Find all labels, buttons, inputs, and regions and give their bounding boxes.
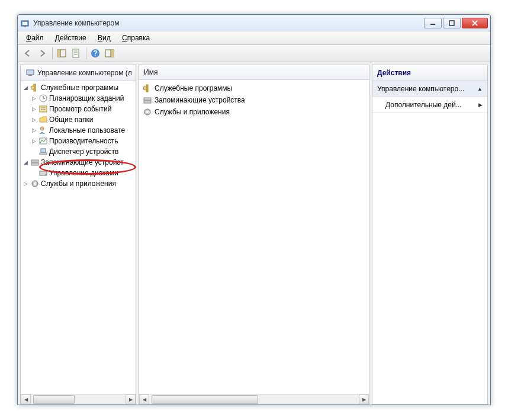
svg-rect-10 xyxy=(73,49,79,57)
tree-item-disk-management[interactable]: Управление дисками xyxy=(21,168,136,178)
help-button[interactable]: ? xyxy=(89,47,102,60)
action-more[interactable]: Дополнительные дей... ▶ xyxy=(372,97,487,113)
scroll-thumb[interactable] xyxy=(33,395,75,404)
tree-label: Локальные пользовате xyxy=(49,126,125,134)
scroll-left-button[interactable]: ◀ xyxy=(21,395,31,405)
svg-point-36 xyxy=(45,174,46,175)
disk-icon xyxy=(38,168,48,178)
scroll-thumb[interactable] xyxy=(152,395,258,404)
list-item-label: Службы и приложения xyxy=(155,108,230,116)
expand-icon[interactable]: ▷ xyxy=(29,106,38,112)
list-item-services[interactable]: Службы и приложения xyxy=(139,106,369,118)
expand-icon[interactable]: ▷ xyxy=(29,127,38,133)
window-controls xyxy=(423,18,488,28)
tree-item-system-tools[interactable]: ◢ Служебные программы xyxy=(21,82,136,93)
tree-label: Производительность xyxy=(49,137,118,145)
collapse-icon[interactable]: ◢ xyxy=(21,85,30,91)
tree-item-event-viewer[interactable]: ▷ Просмотр событий xyxy=(21,104,136,114)
content-area: Управление компьютером (л ◢ Служебные пр… xyxy=(18,62,490,407)
tree-label: Запоминающие устройст xyxy=(41,158,124,166)
svg-point-22 xyxy=(31,86,34,89)
list-column-header[interactable]: Имя xyxy=(139,65,369,80)
menubar: Файл Действие Вид Справка xyxy=(18,31,490,45)
maximize-button[interactable] xyxy=(443,18,461,28)
svg-rect-41 xyxy=(144,98,151,100)
computer-icon xyxy=(25,68,35,78)
list: Служебные программы Запоминающие устройс… xyxy=(139,80,369,120)
nav-back-button[interactable] xyxy=(21,47,34,60)
tree-hscrollbar[interactable]: ◀ ▶ xyxy=(21,394,136,404)
collapse-arrow-icon: ▲ xyxy=(477,86,483,92)
show-actions-button[interactable] xyxy=(103,47,116,60)
svg-point-38 xyxy=(34,182,36,185)
expand-icon[interactable]: ▷ xyxy=(29,117,38,123)
list-item-system-tools[interactable]: Служебные программы xyxy=(139,82,369,94)
properties-button[interactable] xyxy=(69,47,82,60)
folder-icon xyxy=(38,115,48,124)
tree-item-storage[interactable]: ◢ Запоминающие устройст xyxy=(21,157,136,168)
tree-item-performance[interactable]: ▷ Производительность xyxy=(21,136,136,146)
svg-rect-19 xyxy=(27,70,34,75)
menu-file[interactable]: Файл xyxy=(21,33,49,43)
nav-forward-button[interactable] xyxy=(36,47,49,60)
storage-icon xyxy=(143,95,152,105)
svg-rect-34 xyxy=(31,163,38,165)
svg-rect-32 xyxy=(40,153,47,155)
svg-rect-8 xyxy=(57,50,60,57)
tools-icon xyxy=(30,83,40,92)
minimize-button[interactable] xyxy=(424,18,442,28)
app-icon xyxy=(20,18,30,28)
services-icon xyxy=(30,179,40,188)
expand-icon[interactable]: ▷ xyxy=(29,95,38,101)
list-item-label: Служебные программы xyxy=(155,84,232,92)
svg-rect-17 xyxy=(111,50,114,57)
scroll-track[interactable] xyxy=(31,395,126,405)
event-icon xyxy=(38,104,48,114)
list-item-label: Запоминающие устройства xyxy=(155,96,245,104)
scroll-right-button[interactable]: ▶ xyxy=(359,395,369,405)
expand-icon[interactable]: ▷ xyxy=(29,138,38,144)
menu-help[interactable]: Справка xyxy=(117,33,155,43)
tools-icon xyxy=(143,84,152,93)
svg-text:?: ? xyxy=(93,49,97,57)
scroll-left-button[interactable]: ◀ xyxy=(139,395,149,405)
menu-action[interactable]: Действие xyxy=(50,33,91,43)
svg-rect-33 xyxy=(31,160,38,162)
tree-panel: Управление компьютером (л ◢ Служебные пр… xyxy=(20,65,136,405)
window-frame: Управление компьютером Файл Действие Вид… xyxy=(17,14,491,405)
actions-panel: Действия Управление компьютеро... ▲ Допо… xyxy=(372,65,488,405)
toolbar: ? xyxy=(18,45,490,62)
collapse-icon[interactable]: ◢ xyxy=(21,159,30,165)
expand-icon[interactable]: ▷ xyxy=(21,181,30,187)
tree-label: Служебные программы xyxy=(41,84,118,92)
svg-point-29 xyxy=(40,127,44,130)
svg-rect-1 xyxy=(22,22,27,25)
clock-icon xyxy=(38,94,48,103)
tree-label: Диспетчер устройств xyxy=(49,148,118,156)
svg-rect-20 xyxy=(28,75,32,76)
action-main[interactable]: Управление компьютеро... ▲ xyxy=(372,81,487,97)
tree-root-header[interactable]: Управление компьютером (л xyxy=(21,65,136,81)
svg-rect-31 xyxy=(41,149,46,152)
tree-item-services[interactable]: ▷ Службы и приложения xyxy=(21,178,136,189)
tree-label: Службы и приложения xyxy=(41,179,116,188)
menu-view[interactable]: Вид xyxy=(93,33,115,43)
tree-item-local-users[interactable]: ▷ Локальные пользовате xyxy=(21,125,136,136)
list-hscrollbar[interactable]: ◀ ▶ xyxy=(139,394,369,404)
scroll-track[interactable] xyxy=(149,395,359,405)
titlebar[interactable]: Управление компьютером xyxy=(18,15,490,31)
tree-label: Просмотр событий xyxy=(49,105,111,113)
list-item-storage[interactable]: Запоминающие устройства xyxy=(139,94,369,106)
action-more-label: Дополнительные дей... xyxy=(377,101,462,109)
toolbar-separator xyxy=(86,47,86,59)
svg-point-40 xyxy=(143,86,147,90)
users-icon xyxy=(38,126,48,135)
show-hide-tree-button[interactable] xyxy=(55,47,68,60)
tree-item-shared-folders[interactable]: ▷ Общие папки xyxy=(21,114,136,125)
tree-item-scheduler[interactable]: ▷ Планировщик заданий xyxy=(21,93,136,104)
close-button[interactable] xyxy=(462,18,488,28)
scroll-right-button[interactable]: ▶ xyxy=(126,395,136,405)
tree-item-device-manager[interactable]: Диспетчер устройств xyxy=(21,146,136,157)
performance-icon xyxy=(38,136,48,146)
window-title: Управление компьютером xyxy=(33,19,423,27)
